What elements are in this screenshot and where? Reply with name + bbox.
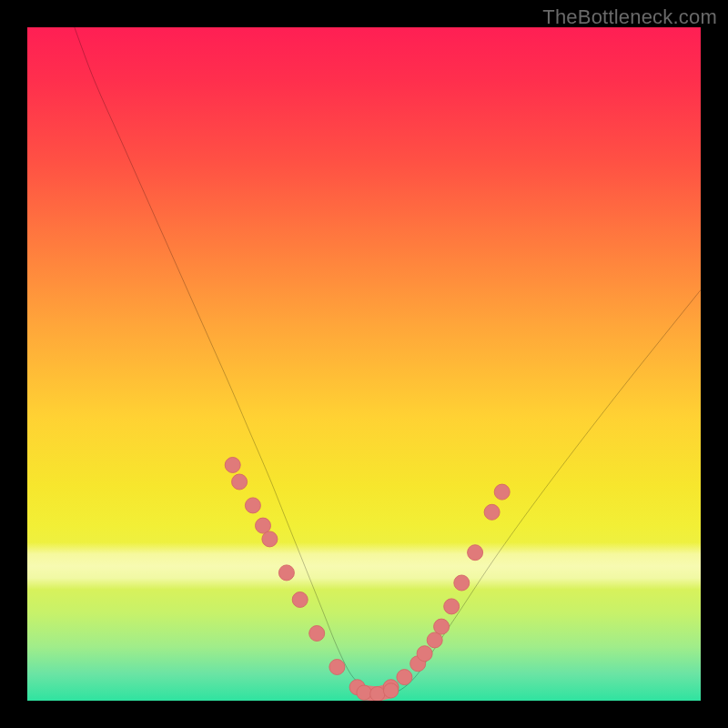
dot bbox=[292, 592, 308, 607]
chart-frame: TheBottleneck.com bbox=[0, 0, 728, 728]
dot bbox=[383, 683, 398, 698]
dot bbox=[454, 575, 470, 591]
dot bbox=[434, 619, 450, 634]
dot bbox=[245, 498, 260, 513]
bottleneck-curve bbox=[75, 27, 701, 695]
dot bbox=[278, 565, 294, 581]
dot bbox=[225, 457, 240, 472]
dot bbox=[309, 625, 325, 641]
dot bbox=[468, 545, 483, 561]
dot bbox=[255, 518, 270, 533]
dot bbox=[444, 599, 460, 614]
dot bbox=[417, 646, 432, 662]
dot bbox=[397, 670, 412, 685]
curve-svg bbox=[27, 27, 701, 701]
dot bbox=[427, 632, 442, 648]
dot bbox=[262, 531, 278, 547]
watermark-text: TheBottleneck.com bbox=[542, 5, 717, 29]
dot bbox=[484, 504, 500, 520]
dot bbox=[357, 685, 371, 700]
plot-area bbox=[27, 27, 701, 701]
dot bbox=[232, 474, 248, 490]
dot bbox=[494, 484, 510, 500]
dot bbox=[329, 659, 345, 674]
dot bbox=[370, 686, 385, 701]
highlighted-dots bbox=[225, 457, 510, 701]
